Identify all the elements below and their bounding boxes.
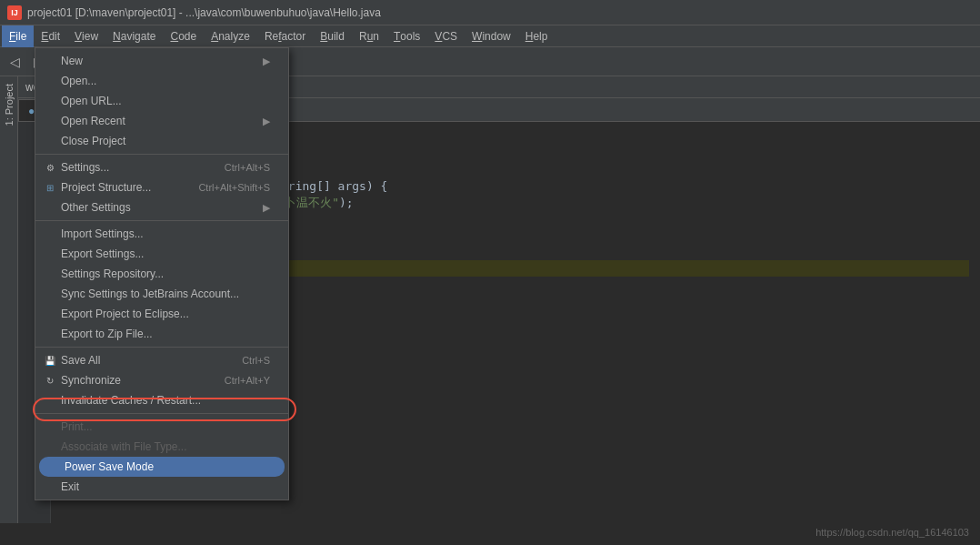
menu-item-project-structure[interactable]: ⊞ Project Structure... Ctrl+Alt+Shift+S (35, 177, 288, 197)
menu-item-export-eclipse-label: Export Project to Eclipse... (61, 308, 189, 320)
menu-item-save-all-shortcut: Ctrl+S (242, 355, 270, 366)
menu-item-save-all[interactable]: 💾 Save All Ctrl+S (35, 350, 288, 370)
menu-bar: File Edit View Navigate Code Analyze Ref… (0, 25, 980, 47)
menu-item-open-label: Open... (61, 75, 96, 87)
menu-item-open[interactable]: Open... (35, 71, 288, 91)
menu-item-exit-label: Exit (61, 480, 79, 493)
menu-item-print: Print... (35, 417, 288, 437)
menu-item-sync-settings[interactable]: Sync Settings to JetBrains Account... (35, 284, 288, 304)
side-tabs: 1: Project (0, 76, 18, 523)
menu-run[interactable]: Run (352, 25, 386, 47)
menu-item-open-recent-arrow: ▶ (263, 116, 270, 127)
file-menu-dropdown: New ▶ Open... Open URL... Open Recent ▶ … (35, 47, 289, 500)
menu-item-power-save[interactable]: Power Save Mode (39, 457, 285, 477)
menu-window[interactable]: Window (465, 25, 518, 47)
save-icon: 💾 (43, 353, 57, 368)
menu-item-close-project-label: Close Project (61, 135, 125, 147)
menu-item-save-all-label: Save All (61, 354, 100, 367)
menu-item-settings-repo-label: Settings Repository... (61, 267, 164, 280)
menu-file[interactable]: File (2, 25, 34, 47)
menu-sep-1 (35, 154, 288, 155)
menu-navigate[interactable]: Navigate (105, 25, 163, 47)
settings-icon: ⚙ (43, 160, 57, 175)
app-icon: IJ (7, 5, 22, 20)
title-text: project01 [D:\maven\project01] - ...\jav… (27, 6, 381, 19)
menu-item-associate-file: Associate with File Type... (35, 437, 288, 457)
menu-item-export-settings-label: Export Settings... (61, 247, 144, 260)
menu-item-power-save-label: Power Save Mode (65, 460, 154, 473)
menu-item-exit[interactable]: Exit (35, 477, 288, 497)
menu-item-synchronize-label: Synchronize (61, 374, 121, 387)
menu-item-new[interactable]: New ▶ (35, 51, 288, 71)
menu-vcs[interactable]: VCS (427, 25, 465, 47)
menu-item-close-project[interactable]: Close Project (35, 131, 288, 151)
project-structure-icon: ⊞ (43, 180, 57, 195)
menu-item-import-settings-label: Import Settings... (61, 227, 144, 240)
watermark: https://blog.csdn.net/qq_16146103 (815, 527, 969, 538)
menu-analyze[interactable]: Analyze (204, 25, 257, 47)
menu-item-import-settings[interactable]: Import Settings... (35, 224, 288, 244)
menu-refactor[interactable]: Refactor (257, 25, 313, 47)
menu-item-synchronize[interactable]: ↻ Synchronize Ctrl+Alt+Y (35, 370, 288, 390)
menu-item-other-settings-arrow: ▶ (263, 202, 270, 214)
title-bar: IJ project01 [D:\maven\project01] - ...\… (0, 0, 980, 25)
menu-item-project-structure-shortcut: Ctrl+Alt+Shift+S (198, 182, 270, 193)
menu-sep-2 (35, 220, 288, 221)
menu-view[interactable]: View (67, 25, 105, 47)
menu-item-new-arrow: ▶ (263, 56, 270, 67)
menu-item-export-zip[interactable]: Export to Zip File... (35, 324, 288, 344)
menu-item-open-url[interactable]: Open URL... (35, 91, 288, 111)
menu-item-associate-file-label: Associate with File Type... (61, 440, 187, 453)
menu-build[interactable]: Build (313, 25, 352, 47)
menu-item-invalidate-caches[interactable]: Invalidate Caches / Restart... (35, 390, 288, 410)
menu-item-open-recent[interactable]: Open Recent ▶ (35, 111, 288, 131)
toolbar-back-btn[interactable]: ◁ (4, 51, 25, 73)
menu-item-open-url-label: Open URL... (61, 95, 122, 107)
menu-item-settings-repo[interactable]: Settings Repository... (35, 264, 288, 284)
menu-item-project-structure-label: Project Structure... (61, 181, 151, 194)
side-tab-project[interactable]: 1: Project (1, 76, 17, 133)
menu-sep-4 (35, 413, 288, 414)
menu-help[interactable]: Help (518, 25, 555, 47)
menu-item-export-zip-label: Export to Zip File... (61, 328, 153, 340)
menu-item-invalidate-caches-label: Invalidate Caches / Restart... (61, 394, 201, 407)
menu-tools[interactable]: Tools (386, 25, 427, 47)
menu-item-settings-label: Settings... (61, 161, 109, 174)
menu-item-other-settings-label: Other Settings (61, 201, 131, 214)
menu-item-settings[interactable]: ⚙ Settings... Ctrl+Alt+S (35, 157, 288, 177)
menu-item-open-recent-label: Open Recent (61, 115, 125, 127)
menu-item-other-settings[interactable]: Other Settings ▶ (35, 197, 288, 217)
menu-item-sync-settings-label: Sync Settings to JetBrains Account... (61, 288, 239, 300)
file-menu: New ▶ Open... Open URL... Open Recent ▶ … (35, 47, 289, 500)
menu-code[interactable]: Code (163, 25, 204, 47)
sync-icon: ↻ (43, 373, 57, 388)
menu-item-new-label: New (61, 55, 83, 67)
menu-item-export-eclipse[interactable]: Export Project to Eclipse... (35, 304, 288, 324)
menu-edit[interactable]: Edit (34, 25, 67, 47)
menu-sep-3 (35, 347, 288, 348)
menu-item-print-label: Print... (61, 420, 93, 433)
menu-item-synchronize-shortcut: Ctrl+Alt+Y (225, 375, 270, 386)
menu-item-export-settings[interactable]: Export Settings... (35, 244, 288, 264)
menu-item-settings-shortcut: Ctrl+Alt+S (225, 162, 270, 173)
